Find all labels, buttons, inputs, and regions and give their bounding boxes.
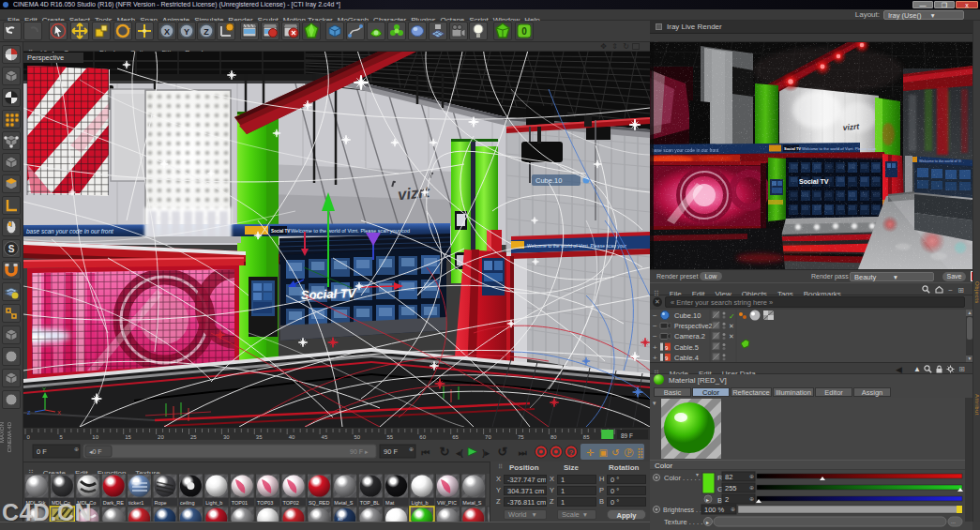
svg-text:ticker1: ticker1	[128, 500, 143, 506]
svg-text:Dark_RE: Dark_RE	[103, 500, 125, 506]
svg-text:Rope: Rope	[155, 500, 167, 506]
svg-text:90 F: 90 F	[384, 447, 398, 456]
svg-text:Cube.10: Cube.10	[674, 311, 701, 320]
svg-text:TOP01: TOP01	[232, 500, 248, 506]
svg-text:Light_b: Light_b	[412, 500, 429, 506]
svg-text:Z: Z	[27, 410, 31, 416]
svg-text:Cable.4: Cable.4	[674, 354, 699, 362]
svg-text:0: 0	[521, 26, 527, 37]
svg-text:ceiling: ceiling	[180, 500, 195, 506]
svg-text:↺: ↺	[611, 447, 619, 458]
svg-text:⏮: ⏮	[421, 447, 430, 458]
svg-text:Brightness . . .: Brightness . . .	[663, 507, 705, 514]
svg-text:X: X	[164, 27, 170, 37]
svg-text:⊕: ⊕	[74, 447, 79, 452]
svg-text:2: 2	[725, 495, 729, 504]
svg-text:⊕: ⊕	[749, 496, 754, 502]
svg-text:⊕: ⊕	[731, 507, 735, 512]
svg-text:TOP02: TOP02	[283, 500, 299, 506]
svg-text:255: 255	[725, 484, 737, 492]
svg-text:89 F: 89 F	[621, 432, 633, 439]
svg-text:90 F ▸: 90 F ▸	[350, 448, 369, 455]
svg-text:◂(: ◂(	[455, 448, 463, 458]
svg-text:−: −	[653, 322, 657, 330]
svg-text:⊕: ⊕	[749, 474, 754, 479]
svg-text:82: 82	[725, 473, 732, 481]
svg-text:+: +	[653, 354, 657, 362]
svg-text:Light_b: Light_b	[205, 500, 222, 506]
svg-text:▣: ▣	[599, 447, 608, 458]
svg-text:✕: ✕	[729, 323, 734, 329]
svg-text:Camera.2: Camera.2	[674, 332, 705, 341]
svg-text:✛: ✛	[586, 447, 595, 458]
svg-text:↺: ↺	[498, 445, 508, 459]
svg-text:Y: Y	[184, 27, 189, 37]
svg-text:▸: ▸	[706, 520, 709, 525]
svg-text:...: ...	[951, 519, 956, 524]
svg-text:⊕: ⊕	[749, 485, 754, 491]
svg-text:⣿: ⣿	[637, 447, 643, 458]
svg-text:TOP03: TOP03	[257, 500, 273, 506]
svg-text:▸: ▸	[706, 497, 709, 503]
svg-text:Color . . . . .: Color . . . . .	[664, 474, 701, 482]
svg-text:100 %: 100 %	[704, 506, 725, 514]
svg-text:base scan your code in our fro: base scan your code in our front	[26, 228, 114, 235]
svg-text:◂0 F: ◂0 F	[89, 448, 102, 455]
svg-text:X: X	[57, 410, 61, 416]
svg-text:Prespective2: Prespective2	[674, 323, 713, 330]
svg-text:?: ?	[569, 448, 574, 457]
svg-text:Metal_S: Metal_S	[462, 500, 482, 506]
svg-text:0 F: 0 F	[37, 447, 47, 456]
svg-text:⏭: ⏭	[519, 447, 528, 458]
svg-text:−: −	[653, 332, 657, 341]
svg-text:Welcome to the world of Vizrt.: Welcome to the world of Vizrt. Please sc…	[291, 228, 410, 234]
svg-text:Y: Y	[42, 386, 46, 392]
svg-text:Metal_S: Metal_S	[334, 500, 354, 506]
svg-text:)▸: )▸	[482, 448, 490, 458]
svg-text:✓: ✓	[729, 312, 735, 321]
svg-text:S: S	[8, 244, 15, 254]
svg-text:VW_PIC: VW_PIC	[437, 500, 457, 506]
svg-text:Cable.5: Cable.5	[674, 343, 699, 352]
svg-text:TOP_BL: TOP_BL	[360, 500, 380, 506]
svg-text:Z: Z	[204, 27, 209, 37]
svg-text:+: +	[653, 343, 657, 352]
svg-text:⊕: ⊕	[409, 447, 414, 452]
svg-text:✕: ✕	[729, 333, 734, 340]
svg-text:Social TV: Social TV	[271, 229, 290, 234]
svg-text:▾: ▾	[696, 472, 699, 477]
svg-text:▾: ▾	[653, 400, 656, 406]
svg-text:SQ_RED: SQ_RED	[309, 500, 330, 506]
svg-text:−: −	[653, 311, 657, 320]
svg-text:Ⓟ: Ⓟ	[625, 447, 634, 458]
svg-text:Mat: Mat	[385, 500, 395, 506]
svg-text:↻: ↻	[440, 445, 450, 459]
